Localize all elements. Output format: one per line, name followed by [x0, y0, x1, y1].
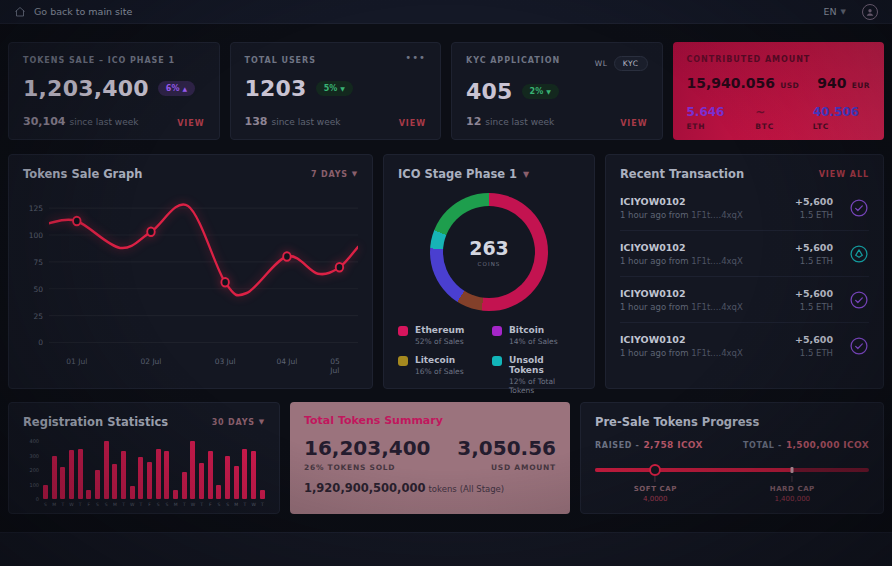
transaction-info: ICIYOW01021 hour ago from 1F1t....4xqX — [620, 242, 795, 266]
view-link[interactable]: VIEW — [399, 119, 426, 128]
y-axis: 4003002001000 — [23, 437, 43, 499]
x-tick-label: 04 Jul — [276, 357, 297, 366]
data-point-marker[interactable] — [147, 228, 154, 237]
data-point-marker[interactable] — [73, 217, 80, 226]
transaction-eth: 1.5 ETH — [795, 302, 833, 312]
panel-title: Total Tokens Summary — [304, 414, 556, 427]
check-status-icon[interactable] — [849, 336, 869, 356]
back-to-main-site-link[interactable]: Go back to main site — [14, 6, 132, 18]
user-avatar[interactable] — [862, 4, 878, 20]
legend-name: Litecoin — [415, 355, 464, 365]
bar[interactable] — [190, 441, 195, 499]
x-tick-label: M — [112, 502, 117, 509]
coin-unit: LTC — [813, 122, 870, 131]
legend-item: Litecoin16% of Sales — [398, 355, 486, 395]
donut-legend: Ethereum52% of SalesBitcoin14% of SalesL… — [398, 325, 580, 395]
view-all-link[interactable]: VIEW ALL — [819, 170, 869, 179]
coin-amount: 5.646ETH — [687, 105, 756, 131]
bar-column — [138, 437, 143, 499]
bar[interactable] — [104, 441, 109, 499]
legend-text: Litecoin16% of Sales — [415, 355, 464, 395]
transaction-amounts: +5,6001.5 ETH — [795, 334, 833, 358]
data-point-marker[interactable] — [283, 252, 290, 261]
bar[interactable] — [112, 464, 117, 499]
transaction-row[interactable]: ICIYOW01021 hour ago from 1F1t....4xqX+5… — [620, 276, 869, 322]
bar[interactable] — [130, 486, 135, 499]
bar[interactable] — [60, 467, 65, 499]
range-dropdown-30days[interactable]: 30 DAYS▼ — [212, 418, 265, 427]
bar[interactable] — [121, 451, 126, 499]
kyc-tab[interactable]: KYC — [614, 56, 648, 71]
bar[interactable] — [86, 490, 91, 499]
bar[interactable] — [234, 466, 239, 499]
legend-desc: 52% of Sales — [415, 337, 464, 346]
x-tick-label: S — [95, 502, 100, 509]
registration-bar-chart: 4003002001000 SMTWTFSSMTWTFSSMTWTFSSMTWT — [23, 437, 265, 509]
bar-column — [182, 437, 187, 499]
chevron-down-icon: ▼ — [841, 8, 846, 16]
bar[interactable] — [225, 456, 230, 499]
bar[interactable] — [43, 485, 48, 499]
check-status-icon[interactable] — [849, 198, 869, 218]
language-selector[interactable]: EN ▼ — [824, 6, 847, 17]
legend-text: Bitcoin14% of Sales — [509, 325, 558, 346]
panel-title: Tokens Sale Graph — [23, 167, 142, 181]
bar[interactable] — [164, 451, 169, 499]
x-tick-label: W — [69, 502, 74, 509]
ellipsis-menu-icon[interactable]: ••• — [405, 56, 426, 60]
bar[interactable] — [260, 490, 265, 499]
presale-progress-panel: Pre-Sale Tokens Progress RAISED -2,758 I… — [580, 402, 884, 514]
bars — [43, 437, 265, 499]
bar-column — [95, 437, 100, 499]
transaction-address: 1F1t....4xqX — [691, 302, 743, 312]
trend-down-icon: ▼ — [340, 85, 345, 92]
bar[interactable] — [182, 472, 187, 499]
bar[interactable] — [156, 449, 161, 499]
bar[interactable] — [69, 450, 74, 499]
check-status-icon[interactable] — [849, 290, 869, 310]
bar-column — [69, 437, 74, 499]
bar-column — [147, 437, 152, 499]
transaction-row[interactable]: ICIYOW01021 hour ago from 1F1t....4xqX+5… — [620, 322, 869, 368]
range-dropdown-7days[interactable]: 7 DAYS▼ — [311, 170, 358, 179]
usd-amount-block: 3,050.56 USD AMOUNT — [457, 436, 556, 472]
bar[interactable] — [138, 457, 143, 499]
bar-column — [164, 437, 169, 499]
view-link[interactable]: VIEW — [620, 119, 647, 128]
bar[interactable] — [216, 485, 221, 499]
data-point-marker[interactable] — [221, 278, 228, 287]
presale-progress-slider[interactable]: SOFT CAP 4,0000 HARD CAP 1,400,000 — [595, 464, 869, 502]
data-point-marker[interactable] — [336, 263, 343, 272]
bar[interactable] — [251, 451, 256, 499]
bar-column — [130, 437, 135, 499]
progress-handle[interactable] — [649, 464, 661, 476]
cap-line — [655, 476, 656, 482]
eth-status-icon[interactable] — [849, 244, 869, 264]
y-axis: 1251007550250 — [23, 191, 49, 351]
bar[interactable] — [147, 462, 152, 499]
panel-title[interactable]: ICO Stage Phase 1 ▼ — [398, 167, 529, 181]
wl-tab[interactable]: WL — [595, 59, 608, 68]
bar[interactable] — [208, 451, 213, 499]
transaction-row[interactable]: ICIYOW01021 hour ago from 1F1t....4xqX+5… — [620, 230, 869, 276]
trend-up-icon: ▲ — [182, 85, 187, 92]
tokens-sold-block: 16,203,400 26% TOKENS SOLD — [304, 436, 431, 472]
transaction-row[interactable]: ICIYOW01021 hour ago from 1F1t....4xqX+5… — [620, 185, 869, 230]
eur-amount: 940 EUR — [817, 73, 870, 92]
bar[interactable] — [242, 449, 247, 499]
transaction-id: ICIYOW0102 — [620, 196, 795, 207]
bar[interactable] — [199, 463, 204, 499]
bar-column — [242, 437, 247, 499]
bar[interactable] — [173, 490, 178, 499]
bar[interactable] — [95, 470, 100, 499]
card-title: KYC APPLICATION — [466, 56, 560, 65]
x-tick-label: W — [130, 502, 135, 509]
tokens-sold-label: 26% TOKENS SOLD — [304, 463, 431, 472]
bar[interactable] — [78, 449, 83, 499]
ico-donut-chart: 263 COINS — [430, 193, 548, 311]
bar[interactable] — [52, 456, 57, 499]
total-users-value: 1203 — [245, 76, 307, 101]
transaction-amount: +5,600 — [795, 288, 833, 299]
view-link[interactable]: VIEW — [177, 119, 204, 128]
raised-label: RAISED -2,758 ICOX — [595, 440, 703, 450]
